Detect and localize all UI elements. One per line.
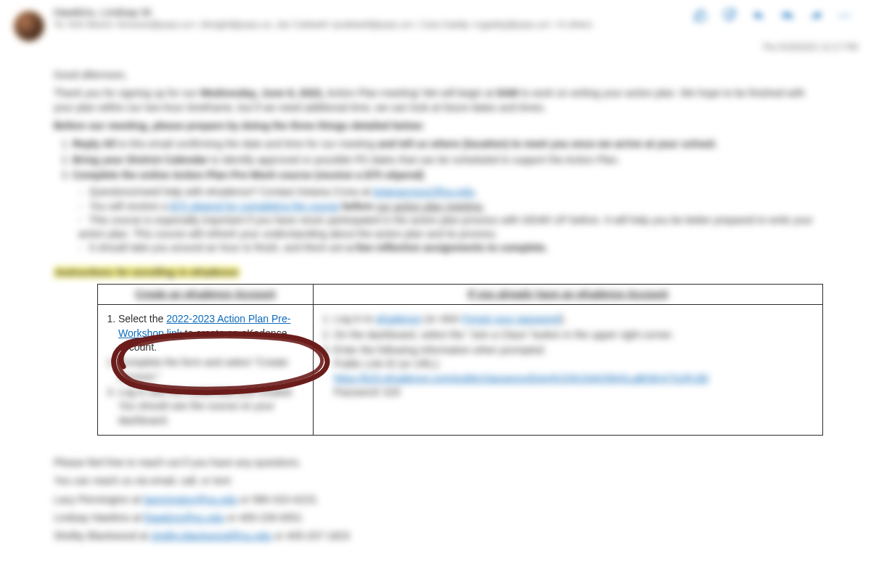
contact-2-email[interactable]: lhawkins@ou.edu: [144, 512, 225, 523]
from-name: Hawkins, Lindsay M.: [54, 6, 694, 18]
forgot-password-link[interactable]: Forgot your password: [462, 313, 560, 324]
contact-1-email[interactable]: lpennington@ou.edu: [144, 494, 237, 505]
greeting: Good afternoon,: [54, 68, 817, 82]
thumbs-up-icon[interactable]: [694, 9, 707, 22]
intro-paragraph: Thank you for signing up for our Wednesd…: [54, 86, 817, 115]
col-right-header: If you already have an eKadence Account: [313, 285, 822, 305]
thumbs-down-icon[interactable]: [723, 9, 736, 22]
existing-step1: Log in to eKadence (or click Forgot your…: [334, 312, 815, 326]
create-account-step1: Select the 2022-2023 Action Plan Pre-Wor…: [118, 312, 306, 354]
stipend-link[interactable]: $75 stipend for completing the course: [170, 200, 339, 212]
contact-email-link[interactable]: keianacross2@ou.edu: [373, 186, 475, 197]
timestamp: Thu 5/19/2022 12:17 PM: [762, 22, 858, 52]
contact-3: Shelby Blackwood at shelby.blackwood@ou.…: [54, 529, 817, 543]
contact-2: Lindsay Hawkins at lhawkins@ou.edu or 40…: [54, 511, 817, 525]
instructions-highlight: Instructions for enrolling in eKadence: [54, 266, 240, 278]
contact-1: Lacy Pennington at lpennington@ou.edu or…: [54, 493, 817, 507]
sender-avatar: [13, 10, 45, 42]
existing-step2: On the dashboard, select the "Join a Cla…: [334, 328, 815, 342]
forward-icon[interactable]: [810, 9, 823, 22]
enroll-instructions-table: Create an eKadence Account If you alread…: [97, 284, 823, 436]
ekadence-login-link[interactable]: eKadence: [375, 313, 421, 324]
more-icon[interactable]: [839, 9, 852, 22]
reach-line: You can reach us via email, call, or tex…: [54, 474, 817, 488]
existing-step3: Enter the following information when pro…: [334, 343, 815, 399]
create-account-step3: Log in with the credentials just created…: [118, 385, 306, 428]
substeps: Questions/need help with eKadence? Conta…: [78, 185, 817, 256]
public-link-url[interactable]: https://k20.eKadence.com/public/classes/…: [334, 372, 709, 384]
before-heading: Before our meeting, please prepare by do…: [54, 119, 817, 133]
prep-steps: Reply All to this email confirming the d…: [73, 137, 817, 182]
contact-3-email[interactable]: shelby.blackwood@ou.edu: [151, 530, 272, 542]
questions-line: Please feel free to reach out if you hav…: [54, 456, 817, 470]
create-account-step2: Complete the form and select "Create acc…: [118, 356, 306, 384]
col-left-header: Create an eKadence Account: [98, 285, 314, 305]
reply-icon[interactable]: [752, 9, 765, 22]
to-line: To: Kirk Moore <kmoore@pvps.us>; bknight…: [54, 20, 694, 30]
reply-all-icon[interactable]: [781, 9, 794, 22]
